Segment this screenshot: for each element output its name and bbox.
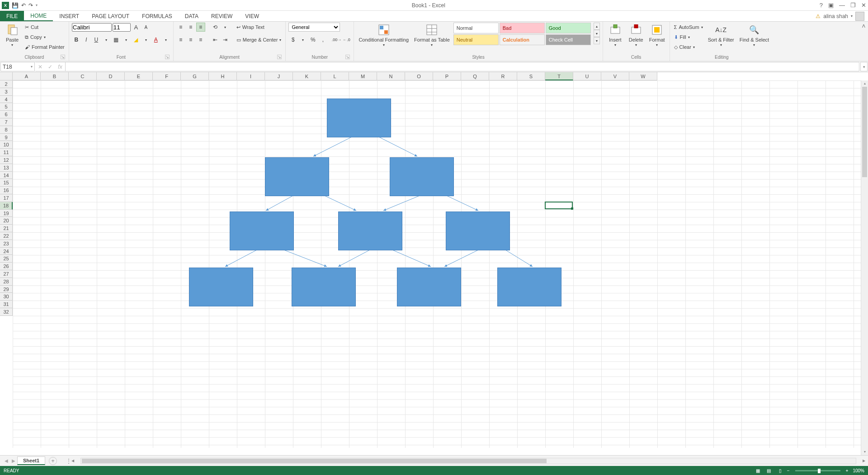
autosum-button[interactable]: ΣAutoSum▾	[673, 23, 704, 32]
clear-button[interactable]: ◇Clear▾	[673, 42, 704, 52]
column-header[interactable]: H	[209, 72, 237, 80]
row-header[interactable]: 29	[0, 286, 13, 293]
row-header[interactable]: 10	[0, 141, 13, 149]
wrap-text-button[interactable]: ↩Wrap Text	[235, 23, 283, 32]
row-header[interactable]: 25	[0, 255, 13, 263]
percent-format-icon[interactable]: %	[308, 35, 317, 44]
cells-area[interactable]	[13, 80, 861, 448]
row-header[interactable]: 26	[0, 263, 13, 270]
row-header[interactable]: 15	[0, 179, 13, 187]
row-header[interactable]: 21	[0, 225, 13, 232]
row-header[interactable]: 23	[0, 240, 13, 248]
row-header[interactable]: 27	[0, 270, 13, 278]
column-header[interactable]: G	[181, 72, 209, 80]
orientation-icon[interactable]: ⟲	[211, 23, 220, 32]
shape-box[interactable]	[230, 212, 294, 250]
cell-styles-gallery[interactable]: Normal Bad Good Neutral Calculation Chec…	[453, 23, 591, 45]
minimize-icon[interactable]: —	[839, 2, 845, 9]
accounting-dropdown-icon[interactable]: ▾	[298, 35, 307, 44]
row-header[interactable]: 20	[0, 217, 13, 225]
row-header[interactable]: 7	[0, 118, 13, 126]
select-all-corner[interactable]	[0, 72, 13, 80]
underline-dropdown-icon[interactable]: ▾	[102, 35, 111, 44]
format-as-table-button[interactable]: Format as Table▾	[412, 23, 452, 49]
view-switcher[interactable]: ▦ ▤ ▯	[753, 468, 785, 473]
insert-function-icon[interactable]: fx	[55, 64, 65, 70]
row-header[interactable]: 3	[0, 88, 13, 96]
column-header[interactable]: I	[237, 72, 265, 80]
row-header[interactable]: 31	[0, 301, 13, 308]
row-header[interactable]: 4	[0, 96, 13, 103]
row-header[interactable]: 11	[0, 149, 13, 156]
scroll-down-icon[interactable]: ▾	[861, 449, 868, 455]
zoom-slider[interactable]	[795, 470, 840, 471]
row-headers[interactable]: 2345678910111213141516171819202122232425…	[0, 80, 13, 448]
row-header[interactable]: 9	[0, 134, 13, 141]
vertical-scrollbar[interactable]: ▴ ▾	[861, 80, 868, 455]
normal-view-icon[interactable]: ▦	[753, 468, 763, 473]
sheet-tab-sheet1[interactable]: Sheet1	[17, 456, 45, 465]
format-painter-button[interactable]: 🖌Format Painter	[24, 42, 66, 52]
horizontal-scrollbar[interactable]: ⋮ ◀ ▶	[66, 458, 865, 464]
row-header[interactable]: 8	[0, 126, 13, 134]
style-good[interactable]: Good	[546, 23, 591, 33]
row-header[interactable]: 18	[0, 202, 13, 210]
alignment-launcher-icon[interactable]: ↘	[277, 55, 282, 59]
row-header[interactable]: 24	[0, 248, 13, 255]
maximize-icon[interactable]: ❐	[850, 2, 856, 9]
row-header[interactable]: 6	[0, 111, 13, 118]
fill-button[interactable]: ⬇Fill▾	[673, 33, 704, 42]
align-middle-icon[interactable]: ≡	[186, 23, 195, 32]
italic-button[interactable]: I	[82, 35, 91, 44]
row-header[interactable]: 30	[0, 293, 13, 301]
row-header[interactable]: 17	[0, 194, 13, 202]
formula-input[interactable]	[66, 62, 859, 71]
tab-data[interactable]: DATA	[179, 11, 205, 21]
save-icon[interactable]: 💾	[12, 2, 19, 9]
increase-indent-icon[interactable]: ⇥	[221, 35, 230, 44]
conditional-formatting-button[interactable]: Conditional Formatting▾	[357, 23, 410, 49]
cancel-formula-icon[interactable]: ✕	[35, 64, 45, 70]
number-launcher-icon[interactable]: ↘	[345, 55, 350, 59]
page-break-view-icon[interactable]: ▯	[775, 468, 785, 473]
column-header[interactable]: P	[433, 72, 461, 80]
redo-icon[interactable]: ↷	[28, 2, 33, 9]
tab-view[interactable]: VIEW	[239, 11, 265, 21]
tab-review[interactable]: REVIEW	[205, 11, 239, 21]
style-neutral[interactable]: Neutral	[453, 34, 499, 45]
merge-center-button[interactable]: ▭Merge & Center▾	[235, 35, 283, 44]
find-select-button[interactable]: 🔍Find & Select▾	[738, 23, 771, 49]
column-header[interactable]: J	[265, 72, 293, 80]
font-launcher-icon[interactable]: ↘	[165, 55, 170, 59]
decrease-decimal-icon[interactable]: ←.0	[342, 35, 351, 44]
expand-formula-bar-icon[interactable]: ▾	[860, 62, 868, 71]
tab-insert[interactable]: INSERT	[53, 11, 85, 21]
zoom-out-icon[interactable]: −	[787, 468, 790, 473]
cut-button[interactable]: ✂Cut	[24, 23, 66, 32]
font-name-combo[interactable]	[72, 23, 112, 32]
worksheet-grid[interactable]: ABCDEFGHIJKLMNOPQRSTUVW 2345678910111213…	[0, 72, 868, 455]
tab-formulas[interactable]: FORMULAS	[136, 11, 179, 21]
row-header[interactable]: 5	[0, 103, 13, 111]
accounting-format-icon[interactable]: $	[288, 35, 297, 44]
shape-box[interactable]	[446, 212, 510, 250]
align-top-icon[interactable]: ≡	[176, 23, 185, 32]
underline-button[interactable]: U	[92, 35, 101, 44]
tab-page-layout[interactable]: PAGE LAYOUT	[85, 11, 136, 21]
hscroll-left-icon[interactable]: ◀	[71, 459, 74, 463]
format-cells-button[interactable]: Format▾	[647, 23, 667, 49]
page-layout-view-icon[interactable]: ▤	[764, 468, 774, 473]
style-check-cell[interactable]: Check Cell	[546, 34, 591, 45]
increase-font-icon[interactable]: A	[132, 23, 141, 32]
shape-box[interactable]	[497, 268, 561, 306]
paste-button[interactable]: Paste ▾	[3, 23, 22, 49]
increase-decimal-icon[interactable]: .00→	[332, 35, 341, 44]
font-color-button[interactable]: A	[151, 35, 160, 44]
shape-box[interactable]	[189, 268, 253, 306]
insert-cells-button[interactable]: Insert▾	[606, 23, 625, 49]
column-header[interactable]: N	[377, 72, 405, 80]
column-header[interactable]: D	[97, 72, 125, 80]
borders-button[interactable]: ▦	[112, 35, 121, 44]
zoom-level[interactable]: 100%	[853, 468, 864, 473]
hscroll-right-icon[interactable]: ▶	[863, 459, 865, 463]
